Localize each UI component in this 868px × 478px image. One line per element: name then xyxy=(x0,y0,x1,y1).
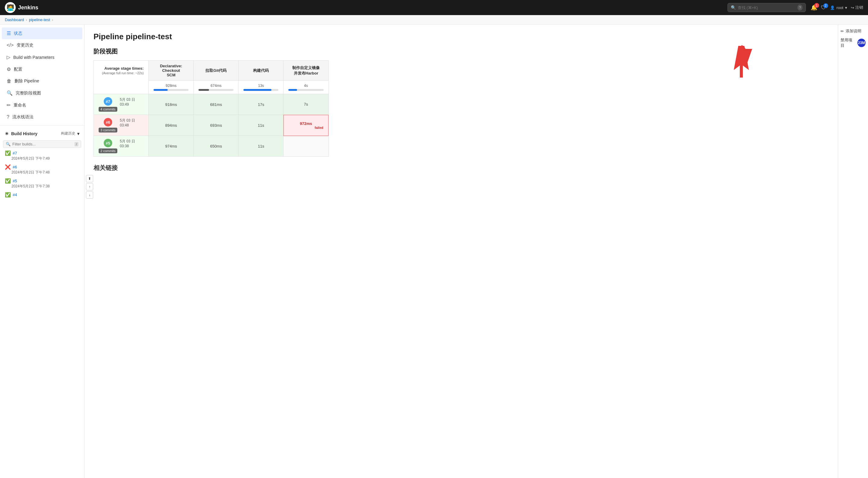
build-5-date: 2024年5月2日 下午7:38 xyxy=(5,184,79,189)
filter-builds[interactable]: 🔍 / xyxy=(3,140,81,148)
sidebar-item-delete-label: 删除 Pipeline xyxy=(14,79,39,84)
search-input[interactable] xyxy=(738,5,796,10)
sidebar-item-rename[interactable]: ✏ 重命名 xyxy=(2,99,82,111)
user-name: root xyxy=(837,5,843,10)
filter-slash: / xyxy=(74,142,79,146)
scroll-up-button[interactable]: ↑ xyxy=(86,183,93,190)
build-5-cell-1[interactable]: 650ms xyxy=(194,136,239,157)
security-badge: 2 xyxy=(824,3,828,8)
delete-icon: 🗑 xyxy=(7,79,11,84)
build-5-commits: 2 commits xyxy=(99,148,117,153)
build-5-link[interactable]: #5 xyxy=(13,179,17,183)
scroll-controls: ⬆ ↑ ↓ xyxy=(86,175,93,199)
build-history-sub: 构建历史 xyxy=(61,131,75,136)
notifications-bell[interactable]: 🔔 1 xyxy=(811,4,817,11)
security-shield[interactable]: 🛡 2 xyxy=(821,4,826,11)
build-row-5: #5 2 commits 5月 03 日 03:38 974ms 650ms 1… xyxy=(94,136,329,157)
sidebar-item-pipeline-syntax-label: 流水线语法 xyxy=(12,114,33,120)
build-7-tag[interactable]: #7 xyxy=(104,97,112,106)
breadcrumb-pipeline[interactable]: pipeline-test xyxy=(29,18,50,22)
jenkins-logo-icon: 🧑‍💻 xyxy=(5,2,16,13)
col-build: 构建代码 xyxy=(239,61,283,81)
build-6-cell-3[interactable]: 972ms failed xyxy=(283,115,329,136)
sidebar-item-full-stage-label: 完整阶段视图 xyxy=(16,91,41,96)
sidebar-item-changes[interactable]: </> 变更历史 xyxy=(2,39,82,51)
build-history-label: Build History xyxy=(11,131,37,136)
sidebar-item-config[interactable]: ⚙ 配置 xyxy=(2,63,82,75)
sidebar-item-status-label: 状态 xyxy=(14,31,22,36)
build-6-time-stage: 03:48 xyxy=(120,123,135,127)
build-5-tag[interactable]: #5 xyxy=(104,139,112,147)
stage-table: Average stage times: (Average full run t… xyxy=(93,60,329,157)
logout-icon: ↪ xyxy=(851,5,854,10)
config-icon: ⚙ xyxy=(7,66,11,72)
sidebar-item-rename-label: 重命名 xyxy=(13,102,26,108)
build-item-6[interactable]: ❌ #6 2024年5月2日 下午7:48 xyxy=(0,163,84,177)
right-sidebar: ✏ 添加说明 禁用项目 23M xyxy=(838,25,868,478)
search-help-icon[interactable]: ? xyxy=(798,4,802,10)
scroll-down-button[interactable]: ↓ xyxy=(86,191,93,199)
build-7-info: #7 4 commits 5月 03 日 03:49 xyxy=(94,94,149,115)
avg-harbor: 4s xyxy=(304,84,308,88)
search-icon: 🔍 xyxy=(731,5,736,10)
breadcrumb-sep-2: › xyxy=(52,18,53,22)
avg-harbor-cell: 4s xyxy=(283,81,329,94)
sidebar-item-delete-pipeline[interactable]: 🗑 删除 Pipeline xyxy=(2,76,82,87)
build-history-header[interactable]: ☀ Build History 构建历史 ▾ xyxy=(0,128,84,139)
build-item-4[interactable]: ✅ #4 xyxy=(0,191,84,200)
main-content: Pipeline pipeline-test 阶段视图 Average stag… xyxy=(85,25,838,478)
build-7-date: 2024年5月2日 下午7:49 xyxy=(5,156,79,161)
logo[interactable]: 🧑‍💻 Jenkins xyxy=(5,2,38,13)
filter-builds-input[interactable] xyxy=(12,142,73,146)
build-row-6: #6 3 commits 5月 03 日 03:48 894ms 693ms 1… xyxy=(94,115,329,136)
build-7-cell-0[interactable]: 918ms xyxy=(149,94,194,115)
breadcrumb: Dashboard › pipeline-test › xyxy=(0,15,868,25)
build-6-info: #6 3 commits 5月 03 日 03:48 xyxy=(94,115,149,136)
add-description-action[interactable]: ✏ 添加说明 xyxy=(841,28,866,34)
build-7-link[interactable]: #7 xyxy=(13,151,17,155)
col-git: 拉取Git代码 xyxy=(194,61,239,81)
build-row-7: #7 4 commits 5月 03 日 03:49 918ms 681ms 1… xyxy=(94,94,329,115)
user-menu[interactable]: 👤 root ▾ xyxy=(830,5,847,10)
user-avatar: 23M xyxy=(858,39,866,47)
build-4-link[interactable]: #4 xyxy=(13,192,17,197)
build-7-cell-3[interactable]: 7s xyxy=(283,94,329,115)
build-item-7[interactable]: ✅ #7 2024年5月2日 下午7:49 xyxy=(0,149,84,163)
sidebar-item-status[interactable]: ☰ 状态 xyxy=(2,27,82,39)
logout-button[interactable]: ↪ 注销 xyxy=(851,5,863,10)
avg-run-time-label: (Average full run time: ~22s) xyxy=(102,71,144,75)
build-6-cell-0[interactable]: 894ms xyxy=(149,115,194,136)
build-5-cell-3 xyxy=(283,136,329,157)
progress-bar-build xyxy=(243,89,272,91)
build-6-cell-2[interactable]: 11s xyxy=(239,115,283,136)
build-6-link[interactable]: #6 xyxy=(13,165,17,169)
build-5-info: #5 2 commits 5月 03 日 03:38 xyxy=(94,136,149,157)
changes-icon: </> xyxy=(7,42,13,48)
filter-search-icon: 🔍 xyxy=(6,142,10,146)
disable-project-action[interactable]: 禁用项目 23M xyxy=(841,37,866,48)
breadcrumb-dashboard[interactable]: Dashboard xyxy=(5,18,24,22)
build-7-cell-2[interactable]: 17s xyxy=(239,94,283,115)
build-6-cell-1[interactable]: 693ms xyxy=(194,115,239,136)
sidebar-item-pipeline-syntax[interactable]: ? 流水线语法 xyxy=(2,111,82,123)
stage-view-title: 阶段视图 xyxy=(93,48,829,56)
user-icon: 👤 xyxy=(830,5,835,10)
build-6-tag[interactable]: #6 xyxy=(104,118,112,126)
build-item-5[interactable]: ✅ #5 2024年5月2日 下午7:38 xyxy=(0,177,84,191)
build-7-cell-1[interactable]: 681ms xyxy=(194,94,239,115)
scroll-top-button[interactable]: ⬆ xyxy=(86,175,93,182)
sidebar-item-build-with-params[interactable]: ▷ Build with Parameters xyxy=(2,51,82,63)
progress-bar-git xyxy=(198,89,209,91)
build-5-status-icon: ✅ xyxy=(5,178,11,184)
user-dropdown-icon: ▾ xyxy=(845,5,847,10)
build-6-commits: 3 commits xyxy=(99,128,117,132)
breadcrumb-sep-1: › xyxy=(26,18,27,22)
search-box[interactable]: 🔍 ? xyxy=(727,3,806,12)
sidebar-item-build-params-label: Build with Parameters xyxy=(13,55,54,60)
avg-checkout-cell: 928ms xyxy=(149,81,194,94)
build-5-cell-0[interactable]: 974ms xyxy=(149,136,194,157)
sidebar-item-full-stage[interactable]: 🔍 完整阶段视图 xyxy=(2,87,82,99)
build-7-commits: 4 commits xyxy=(99,107,117,112)
build-5-cell-2[interactable]: 11s xyxy=(239,136,283,157)
logout-label: 注销 xyxy=(855,5,863,10)
